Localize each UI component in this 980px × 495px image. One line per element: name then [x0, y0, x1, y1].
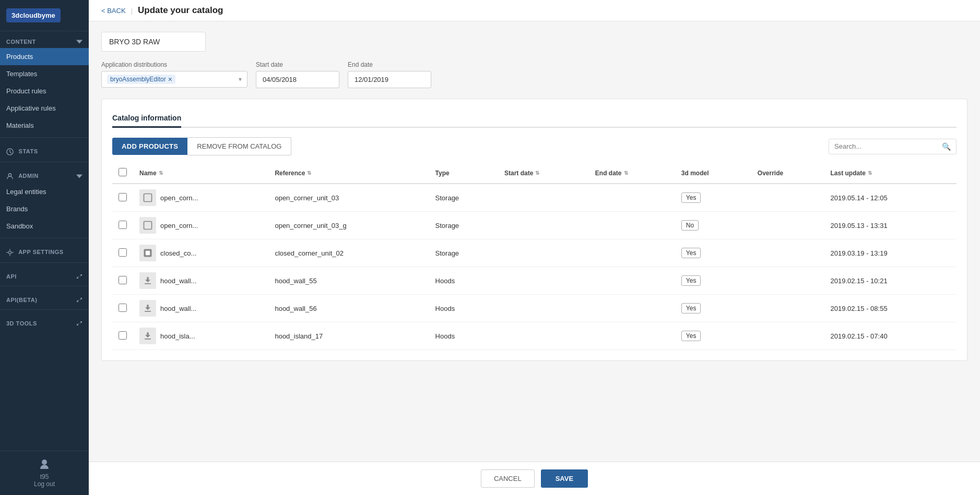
sidebar-section-admin[interactable]: ADMIN	[0, 165, 89, 183]
product-type: Hoods	[429, 295, 498, 322]
sidebar-item-applicative-rules[interactable]: Applicative rules	[0, 100, 89, 117]
topbar: < BACK | Update your catalog	[89, 0, 980, 21]
product-last-update: 2019.05.14 - 12:05	[824, 184, 957, 212]
product-3d-model: Yes	[681, 248, 701, 258]
col-3d-model: 3d model	[675, 163, 751, 184]
row-checkbox[interactable]	[119, 221, 127, 229]
col-type: Type	[429, 163, 498, 184]
sidebar-item-templates[interactable]: Templates	[0, 65, 89, 82]
sort-end-date-icon: ⇅	[624, 170, 628, 176]
search-icon: 🔍	[942, 142, 951, 151]
sort-start-date-icon: ⇅	[535, 170, 539, 176]
col-last-update[interactable]: Last update ⇅	[830, 170, 950, 177]
table-row: hood_isla... hood_island_17 Hoods Yes 20…	[112, 322, 957, 350]
table-row: hood_wall... hood_wall_56 Hoods Yes 2019…	[112, 295, 957, 322]
card-tabs: Catalog information	[112, 110, 957, 128]
sort-name-icon: ⇅	[159, 170, 163, 176]
dropdown-arrow-icon: ▾	[239, 76, 242, 83]
svg-point-1	[8, 251, 11, 254]
table-row: closed_co... closed_corner_unit_02 Stora…	[112, 239, 957, 267]
product-name: hood_wall...	[160, 305, 196, 312]
col-end-date[interactable]: End date ⇅	[595, 170, 669, 177]
user-profile[interactable]: t95 Log out	[0, 451, 89, 495]
sidebar-item-brands[interactable]: Brands	[0, 200, 89, 218]
product-reference: open_corner_unit_03_g	[268, 212, 429, 239]
product-override	[751, 212, 824, 239]
sidebar-section-stats[interactable]: STATS	[0, 141, 89, 159]
product-end-date	[589, 184, 675, 212]
search-box[interactable]: 🔍	[829, 139, 957, 154]
logo-area: 3dcloudbyme	[0, 0, 89, 31]
sidebar-item-legal-entities[interactable]: Legal entities	[0, 183, 89, 200]
col-start-date[interactable]: Start date ⇅	[504, 170, 583, 177]
sidebar-section-api-beta[interactable]: API(BETA)	[0, 289, 89, 306]
product-thumbnail	[139, 300, 156, 317]
start-date-input[interactable]	[256, 71, 339, 88]
toolbar: ADD PRODUCTS REMOVE FROM CATALOG 🔍	[112, 137, 957, 155]
search-input[interactable]	[834, 142, 939, 150]
product-type: Hoods	[429, 322, 498, 350]
app-dist-input[interactable]: bryoAssemblyEditor × ▾	[101, 71, 247, 88]
page-title: Update your catalog	[138, 5, 223, 16]
sidebar-item-product-rules[interactable]: Product rules	[0, 82, 89, 100]
product-3d-model: No	[681, 220, 699, 231]
product-reference: open_corner_unit_03	[268, 184, 429, 212]
row-checkbox[interactable]	[119, 248, 127, 257]
col-name[interactable]: Name ⇅	[139, 170, 262, 177]
product-override	[751, 295, 824, 322]
tab-catalog-information[interactable]: Catalog information	[112, 110, 181, 128]
product-last-update: 2019.02.15 - 07:40	[824, 322, 957, 350]
select-all-checkbox[interactable]	[119, 168, 127, 176]
svg-rect-5	[146, 251, 150, 255]
product-thumbnail	[139, 328, 156, 344]
remove-from-catalog-button[interactable]: REMOVE FROM CATALOG	[187, 137, 291, 155]
product-reference: hood_island_17	[268, 322, 429, 350]
product-override	[751, 239, 824, 267]
product-start-date	[498, 184, 589, 212]
save-button[interactable]: SAVE	[541, 469, 588, 488]
product-last-update: 2019.02.15 - 10:21	[824, 267, 957, 295]
sidebar-item-sandbox[interactable]: Sandbox	[0, 218, 89, 235]
form-row: Application distributions bryoAssemblyEd…	[101, 61, 967, 88]
col-override: Override	[751, 163, 824, 184]
cancel-button[interactable]: CANCEL	[481, 469, 535, 488]
row-checkbox[interactable]	[119, 276, 127, 284]
product-type: Storage	[429, 239, 498, 267]
main-area: < BACK | Update your catalog BRYO 3D RAW…	[89, 0, 980, 495]
row-checkbox[interactable]	[119, 193, 127, 201]
product-last-update: 2019.02.15 - 08:55	[824, 295, 957, 322]
sidebar-section-app-settings[interactable]: APP SETTINGS	[0, 242, 89, 259]
row-checkbox[interactable]	[119, 331, 127, 340]
app-dist-tag: bryoAssemblyEditor ×	[107, 75, 175, 84]
end-date-input[interactable]	[348, 71, 431, 88]
sidebar-section-api[interactable]: API	[0, 266, 89, 283]
product-start-date	[498, 322, 589, 350]
product-reference: closed_corner_unit_02	[268, 239, 429, 267]
product-thumbnail	[139, 189, 156, 206]
back-button[interactable]: < BACK	[101, 7, 126, 15]
product-override	[751, 322, 824, 350]
app-logo[interactable]: 3dcloudbyme	[6, 8, 61, 22]
product-reference: hood_wall_55	[268, 267, 429, 295]
add-products-button[interactable]: ADD PRODUCTS	[112, 138, 187, 155]
product-3d-model: Yes	[681, 275, 701, 286]
product-name: open_corn...	[160, 222, 198, 230]
product-start-date	[498, 212, 589, 239]
sidebar-section-content[interactable]: CONTENT	[0, 31, 89, 48]
product-end-date	[589, 212, 675, 239]
content-area: BRYO 3D RAW Application distributions br…	[89, 21, 980, 495]
sidebar-item-materials[interactable]: Materials	[0, 117, 89, 134]
sort-reference-icon: ⇅	[307, 170, 311, 176]
product-reference: hood_wall_56	[268, 295, 429, 322]
sidebar-section-3d-tools[interactable]: 3D TOOLS	[0, 313, 89, 330]
product-last-update: 2019.05.13 - 13:31	[824, 212, 957, 239]
sidebar-item-products[interactable]: Products	[0, 48, 89, 65]
row-checkbox[interactable]	[119, 304, 127, 312]
svg-rect-3	[144, 222, 152, 230]
table-row: open_corn... open_corner_unit_03_g Stora…	[112, 212, 957, 239]
col-reference[interactable]: Reference ⇅	[275, 170, 422, 177]
products-table: Name ⇅ Reference ⇅ Type	[112, 163, 957, 350]
product-thumbnail	[139, 245, 156, 261]
tag-remove-button[interactable]: ×	[168, 76, 172, 83]
product-last-update: 2019.03.19 - 13:19	[824, 239, 957, 267]
